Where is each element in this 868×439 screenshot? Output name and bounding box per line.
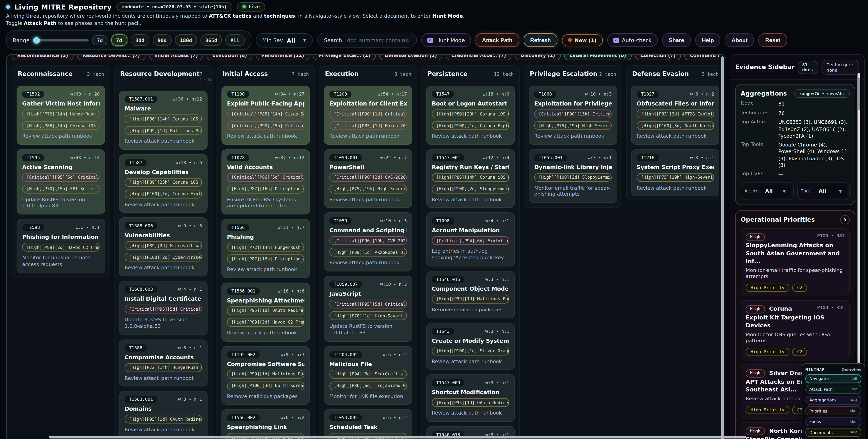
technique-card[interactable]: T1547.009w:3 • n:1Shortcut Modification[…: [426, 374, 515, 422]
help-button[interactable]: Help: [695, 33, 721, 47]
horizontal-scrollbar[interactable]: [0, 436, 868, 439]
priority-card[interactable]: P100 • R87High SloppyLemming Attacks on …: [741, 228, 850, 296]
technique-card[interactable]: T1566.001w:18 • n:6Spearphishing Attachm…: [221, 282, 310, 341]
evidence-chip[interactable]: [High][P95][1d] OAuth Redirection…: [124, 415, 202, 424]
range-button-365d[interactable]: 365d: [200, 34, 222, 46]
range-button-90d[interactable]: 90d: [153, 34, 172, 46]
evidence-chip[interactable]: [High][P86][14h] Coruna iOS Exploi…: [124, 114, 202, 124]
evidence-chip[interactable]: [High][P100][3d] North Korean Steg…: [227, 381, 305, 390]
evidence-chip[interactable]: [High][P72][14h] HungerRush POS Pl…: [124, 363, 202, 372]
evidence-chip[interactable]: [High][P95][1d] OAuth Redirection…: [227, 306, 305, 315]
evidence-chip[interactable]: [High][P72][14h] HungerRush POS Pl…: [22, 109, 100, 119]
minimap-item-attack-path[interactable]: Attack Pathtop: [805, 385, 861, 394]
evidence-chip[interactable]: [Critical][P95][5d] Critical Stored X…: [22, 173, 100, 182]
technique-card[interactable]: T1547w:18 • n:6Boot or Logon Autostart E…: [426, 86, 515, 145]
tactic-chip[interactable]: Resource Develo… (7): [77, 55, 145, 60]
priority-card[interactable]: P100 • R85High Coruna Exploit Kit Target…: [741, 300, 850, 361]
tactic-chip[interactable]: Initial Access (7): [149, 55, 203, 60]
navigator-vertical-scrollbar[interactable]: [721, 56, 724, 439]
range-button-30d[interactable]: 30d: [130, 34, 149, 46]
evidence-chip[interactable]: [High][P75][19h] High-Severity Vul…: [637, 173, 714, 182]
technique-card[interactable]: T1190w:94 • n:27Exploit Public-Facing Ap…: [221, 86, 310, 145]
actor-filter-select[interactable]: All ▼: [761, 185, 790, 197]
range-button-all[interactable]: All: [225, 34, 245, 46]
technique-card[interactable]: T1595w:43 • n:14Active Scanning[Critical…: [17, 149, 105, 215]
technique-card[interactable]: T1543w:3 • n:1Create or Modify System Pr…: [426, 323, 515, 370]
technique-card[interactable]: T1588.006w:9 • n:3Vulnerabilities[High][…: [119, 217, 208, 277]
evidence-chip[interactable]: [High][P86][14h] Coruna iOS Exploi…: [22, 121, 100, 130]
evidence-chip[interactable]: [Critical][P95][5d] Critical Stored X…: [124, 305, 202, 313]
evidence-chip[interactable]: [High][P100][2d] SloppyLemming Att…: [432, 184, 509, 193]
evidence-chip[interactable]: [High][P89][2d] Havoc C2 Framewor…: [22, 243, 100, 251]
checkbox-checked-icon[interactable]: ✓: [427, 37, 433, 43]
about-button[interactable]: About: [725, 33, 754, 47]
tactic-chip[interactable]: Discovery (2): [515, 55, 561, 60]
evidence-chip[interactable]: [High][P70][15h] FBI Seizes LeakBa…: [22, 184, 100, 193]
technique-card[interactable]: T1195.002w:9 • n:3Compromise Software Su…: [221, 346, 310, 405]
range-button-180d[interactable]: 180d: [175, 34, 197, 46]
technique-card[interactable]: T1566w:21 • n:7Phishing[High][P72][14h] …: [221, 219, 310, 278]
evidence-chip[interactable]: [High][P99][1d] Malicious Packagi…: [227, 370, 305, 378]
evidence-chip[interactable]: [High][P72][14h] HungerRush POS Pl…: [227, 243, 305, 251]
evidence-chip[interactable]: [Critical][P95][5d] Critical Stored X…: [330, 300, 407, 309]
technique-card[interactable]: T1059.001w:22 • n:7PowerShell[Critical][…: [324, 149, 412, 208]
evidence-chip[interactable]: [High][P89][2d] Havoc C2 Framewor…: [227, 318, 305, 327]
evidence-chip[interactable]: [High][P100][2d] CyberStrikeAI Pla…: [124, 253, 202, 262]
horizontal-scrollbar-thumb[interactable]: [49, 436, 746, 438]
range-slider-thumb[interactable]: [33, 37, 40, 43]
evidence-chip[interactable]: [Critical][P94][6d] Exploitation of Z…: [432, 236, 509, 245]
tactic-chip[interactable]: Defense Evasion (2): [379, 55, 442, 60]
technique-card[interactable]: T1055.001w:3 • n:1Dynamic-link Library I…: [529, 149, 617, 203]
new-docs-badge[interactable]: New (1): [562, 34, 602, 46]
evidence-chip[interactable]: [High][P78][1d] High-Severity XSS…: [330, 311, 407, 320]
evidence-chip[interactable]: [High][P94][6d] ScarCruft's Ruby …: [330, 370, 407, 378]
evidence-chip[interactable]: [High][P100][1d] Silver Dragon APT…: [432, 346, 509, 355]
technique-card[interactable]: T1583.001w:3 • n:1Domains[High][P95][1d]…: [119, 391, 208, 438]
technique-card[interactable]: T1216w:3 • n:1System Script Proxy Execut…: [631, 149, 719, 197]
evidence-chip[interactable]: [Critical][P85][1d] March 2026 Androi…: [330, 121, 407, 130]
technique-card[interactable]: T1608.003w:4 • n:1Install Digital Certif…: [119, 281, 208, 335]
evidence-chip[interactable]: [High][P75][19h] High-Severity Vul…: [534, 121, 612, 130]
share-button[interactable]: Share: [662, 33, 691, 47]
technique-card[interactable]: T1592w:60 • n:20Gather Victim Host Infor…: [17, 86, 105, 145]
technique-card[interactable]: T1027w:6 • n:2Obfuscated Files or Inform…: [631, 86, 719, 145]
minimap-item-focus[interactable]: Focusside: [805, 417, 861, 426]
range-button-7d[interactable]: 7d: [111, 34, 127, 46]
technique-card[interactable]: T1059w:10 • n:3Command and Scripting Int…: [324, 212, 412, 272]
evidence-chip[interactable]: [High][P89][23h] Coruna iOS Exploi…: [124, 178, 202, 187]
refresh-button[interactable]: Refresh: [523, 33, 557, 47]
tactic-chip[interactable]: Collection (7): [635, 55, 681, 60]
technique-card[interactable]: T1566.002w:6 • n:2Spearphishing Link[Hig…: [221, 409, 310, 439]
technique-card[interactable]: T1598w:3 • n:1Phishing for Information[H…: [17, 219, 105, 273]
technique-card[interactable]: T1078w:37 • n:12Valid Accounts[Critical]…: [221, 149, 310, 215]
evidence-chip[interactable]: [High][P95][1d] OAuth Redirection…: [432, 398, 509, 407]
attack-path-button[interactable]: Attack Path: [475, 33, 519, 47]
technique-card[interactable]: T1068w:10 • n:3Exploitation for Privileg…: [529, 86, 617, 145]
evidence-chip[interactable]: [Critical][P90][19h] CVE-2026-22719 E…: [330, 236, 407, 245]
technique-card[interactable]: T1586w:3 • n:1Compromise Accounts[High][…: [119, 339, 208, 386]
reset-button[interactable]: Reset: [758, 33, 787, 47]
tactic-chip[interactable]: Reconnaissance (3): [11, 55, 73, 60]
evidence-chip[interactable]: [High][P100][2d] SloppyLemming Att…: [534, 173, 612, 182]
technique-card[interactable]: T1587.001w:36 • n:12Malware[High][P86][1…: [119, 91, 208, 150]
evidence-chip[interactable]: [High][P89][23h] Coruna iOS Exploi…: [432, 109, 509, 119]
evidence-chip[interactable]: [High][P100][1d] Coruna Exploit Ki…: [432, 121, 509, 130]
evidence-chip[interactable]: [Critical][P86][5d] Critical Vulnerab…: [227, 173, 305, 182]
tactic-chip[interactable]: Lateral Movement (0): [564, 55, 632, 60]
technique-card[interactable]: T1546.015w:3 • n:1Component Object Model…: [426, 271, 515, 318]
evidence-chip[interactable]: [High][P86][14h] Coruna iOS Exploi…: [432, 173, 509, 182]
tactic-chip[interactable]: Execution (8): [207, 55, 252, 60]
tactic-chip[interactable]: Credential Acce… (7): [446, 55, 512, 60]
minimap-item-aggregations[interactable]: Aggregationsside: [805, 396, 861, 404]
minimap-item-navigator[interactable]: Navigatorleft: [805, 374, 861, 383]
evidence-chip[interactable]: [High][P87][16h] Disruption of Tyc…: [227, 255, 305, 263]
evidence-chip[interactable]: [High][P99][1d] Malicious Packagi…: [432, 295, 509, 303]
minimap-item-priorities[interactable]: Prioritiesside: [805, 406, 861, 415]
range-slider[interactable]: [33, 39, 89, 41]
evidence-chip[interactable]: [Critical][P90][15h] Critical Qualcom…: [534, 109, 612, 119]
evidence-chip[interactable]: [High][P99][1d] Malicious Packagi…: [124, 126, 202, 135]
evidence-chip[interactable]: [High][P89][1d] AkzoNobel U.S. Si…: [330, 248, 407, 257]
technique-card[interactable]: T1204.002w:6 • n:2Malicious File[High][P…: [324, 346, 412, 405]
technique-card[interactable]: T1098w:4 • n:1Account Manipulation[Criti…: [426, 212, 515, 267]
technique-card[interactable]: T1587w:18 • n:6Develop Capabilities[High…: [119, 154, 208, 213]
